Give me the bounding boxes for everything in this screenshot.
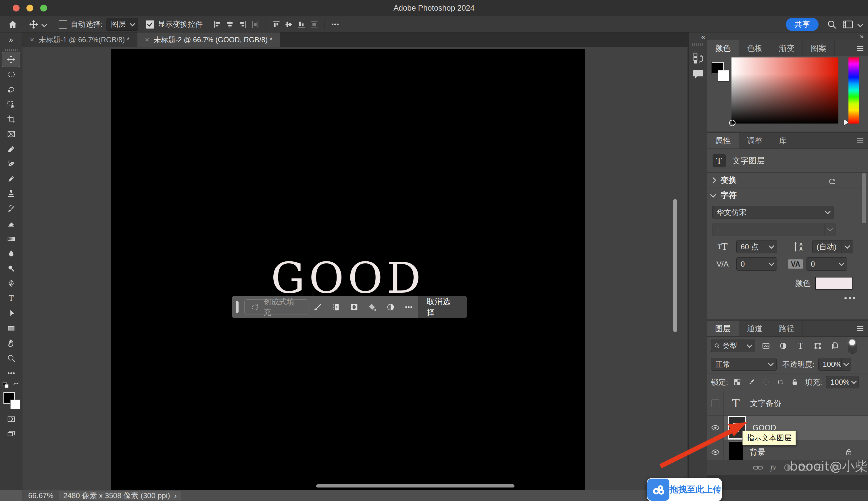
- default-colors-icon[interactable]: [2, 382, 10, 389]
- tab-libraries[interactable]: 库: [771, 133, 795, 149]
- chevron-down-icon[interactable]: [41, 22, 47, 27]
- auto-select-dropdown[interactable]: 图层: [106, 18, 138, 31]
- layer-thumbnail[interactable]: [729, 441, 743, 463]
- filter-type-layers-icon[interactable]: T: [794, 340, 807, 352]
- fill-icon[interactable]: [363, 300, 381, 315]
- canvas-area[interactable]: GOOD 创成式填充: [22, 47, 688, 490]
- distribute-vertical-icon[interactable]: [308, 18, 320, 31]
- upload-dropzone-button[interactable]: 拖拽至此上传: [647, 478, 722, 501]
- crop-tool[interactable]: [0, 112, 22, 127]
- auto-select-checkbox[interactable]: [59, 20, 67, 29]
- close-tab-icon[interactable]: ×: [145, 35, 149, 44]
- lasso-tool[interactable]: [0, 82, 22, 97]
- tab-channels[interactable]: 通道: [739, 321, 771, 337]
- align-center-horizontal-icon[interactable]: [224, 18, 236, 31]
- chevron-down-icon[interactable]: [857, 22, 863, 27]
- tab-gradients[interactable]: 渐变: [771, 40, 803, 56]
- filter-toggle[interactable]: [848, 338, 857, 354]
- more-options-icon[interactable]: [329, 18, 341, 31]
- opacity-select[interactable]: 100%: [818, 358, 851, 371]
- document-info[interactable]: 2480 像素 x 3508 像素 (300 ppi) ›: [59, 491, 181, 500]
- quick-mask-icon[interactable]: [0, 412, 22, 427]
- text-color-swatch[interactable]: [815, 277, 853, 290]
- color-field-marker[interactable]: [729, 120, 735, 126]
- eyedropper-tool[interactable]: [0, 142, 22, 157]
- tab-properties[interactable]: 属性: [707, 133, 739, 149]
- align-right-icon[interactable]: [236, 18, 249, 31]
- align-left-icon[interactable]: [211, 18, 224, 31]
- share-button[interactable]: 共享: [786, 18, 818, 31]
- filter-smart-objects-icon[interactable]: [828, 340, 841, 352]
- tab-color[interactable]: 颜色: [707, 40, 739, 56]
- expand-panels-icon[interactable]: «: [689, 32, 707, 41]
- shape-tool[interactable]: [0, 321, 22, 336]
- reset-icon[interactable]: [828, 176, 836, 185]
- tab-paths[interactable]: 路径: [771, 321, 803, 337]
- blur-tool[interactable]: [0, 246, 22, 261]
- panel-menu-icon[interactable]: [857, 325, 864, 332]
- filter-adjustment-layers-icon[interactable]: [776, 340, 790, 352]
- clone-stamp-tool[interactable]: [0, 186, 22, 201]
- saturation-brightness-field[interactable]: [731, 57, 838, 124]
- gradient-tool[interactable]: [0, 231, 22, 246]
- kerning-select[interactable]: 0: [737, 257, 777, 270]
- align-center-vertical-icon[interactable]: [283, 18, 295, 31]
- background-color-swatch[interactable]: [10, 399, 20, 409]
- document-tab-1[interactable]: × 未标题-1 @ 66.7%(RGB/8) *: [22, 32, 137, 47]
- lock-position-icon[interactable]: [761, 376, 771, 388]
- panel-scrollbar[interactable]: [862, 173, 866, 223]
- link-layers-icon[interactable]: [753, 465, 763, 471]
- visibility-toggle[interactable]: [707, 391, 724, 415]
- move-tool-icon[interactable]: [27, 18, 40, 31]
- font-style-select[interactable]: -: [712, 223, 836, 236]
- font-family-select[interactable]: 华文仿宋: [712, 206, 834, 219]
- document-tab-2[interactable]: × 未标题-2 @ 66.7% (GOOD, RGB/8) *: [137, 32, 280, 47]
- hand-tool[interactable]: [0, 336, 22, 351]
- panel-menu-icon[interactable]: [857, 137, 864, 145]
- character-section-header[interactable]: 字符: [707, 188, 868, 203]
- pen-tool[interactable]: [0, 276, 22, 291]
- tab-patterns[interactable]: 图案: [803, 40, 835, 56]
- eraser-tool[interactable]: [0, 216, 22, 231]
- object-selection-tool[interactable]: [0, 97, 22, 112]
- path-selection-tool[interactable]: [0, 306, 22, 321]
- text-layer-thumbnail[interactable]: T: [728, 397, 744, 410]
- move-tool[interactable]: [2, 52, 20, 67]
- tab-swatches[interactable]: 色板: [739, 40, 771, 56]
- distribute-horizontal-icon[interactable]: [249, 18, 262, 31]
- align-top-icon[interactable]: [270, 18, 283, 31]
- type-tool[interactable]: T: [0, 291, 22, 306]
- canvas-horizontal-scrollbar[interactable]: [316, 484, 515, 488]
- screen-mode-icon[interactable]: [0, 427, 22, 441]
- history-brush-tool[interactable]: [0, 201, 22, 216]
- transform-section-header[interactable]: 变换: [707, 173, 868, 188]
- taskbar-drag-handle[interactable]: [236, 301, 239, 313]
- align-bottom-icon[interactable]: [295, 18, 308, 31]
- adjustment-icon[interactable]: [381, 300, 400, 315]
- background-color-swatch[interactable]: [718, 70, 729, 82]
- hue-marker[interactable]: [844, 119, 848, 126]
- close-tab-icon[interactable]: ×: [30, 35, 34, 44]
- frame-tool[interactable]: [0, 127, 22, 142]
- dock-drag-handle[interactable]: [692, 43, 704, 46]
- swap-colors-icon[interactable]: [13, 381, 20, 389]
- dodge-tool[interactable]: [0, 261, 22, 276]
- more-tools-icon[interactable]: [0, 366, 22, 381]
- panel-menu-icon[interactable]: [857, 45, 864, 52]
- document-canvas[interactable]: GOOD: [111, 49, 585, 490]
- workspace-icon[interactable]: [841, 18, 854, 31]
- marquee-tool[interactable]: [0, 67, 22, 82]
- tracking-select[interactable]: 0: [806, 257, 847, 270]
- show-transform-checkbox[interactable]: [146, 20, 154, 29]
- healing-brush-tool[interactable]: [0, 157, 22, 171]
- visibility-toggle[interactable]: [707, 416, 724, 440]
- lock-artboard-icon[interactable]: [775, 376, 785, 388]
- filter-pixel-layers-icon[interactable]: [759, 340, 773, 352]
- zoom-tool[interactable]: [0, 351, 22, 366]
- font-size-select[interactable]: 60 点: [737, 240, 777, 253]
- toolbar-collapse-icon[interactable]: »: [0, 32, 22, 47]
- layer-effects-icon[interactable]: fx: [770, 463, 776, 472]
- brush-icon[interactable]: [308, 300, 327, 315]
- filter-type-select[interactable]: 类型: [711, 340, 755, 352]
- version-history-icon[interactable]: [689, 50, 707, 66]
